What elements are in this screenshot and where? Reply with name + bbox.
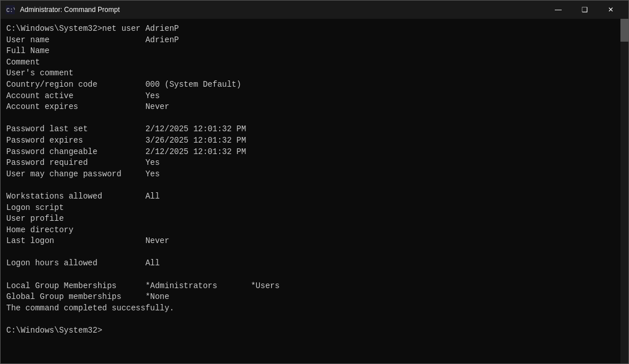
svg-text:C:\: C:\ <box>6 7 15 14</box>
maximize-button[interactable]: ❑ <box>571 1 598 19</box>
console-body[interactable]: C:\Windows\System32>net user AdrienP Use… <box>1 19 628 363</box>
console-output: C:\Windows\System32>net user AdrienP Use… <box>6 23 623 337</box>
close-button[interactable]: ✕ <box>598 1 624 19</box>
title-bar: C:\ Administrator: Command Prompt — ❑ ✕ <box>1 1 628 19</box>
cmd-icon: C:\ <box>5 5 15 15</box>
scrollbar[interactable] <box>620 19 628 363</box>
minimize-button[interactable]: — <box>545 1 571 19</box>
cmd-window: C:\ Administrator: Command Prompt — ❑ ✕ … <box>0 0 629 364</box>
scrollbar-thumb[interactable] <box>620 19 628 42</box>
window-title: Administrator: Command Prompt <box>20 6 545 14</box>
window-controls: — ❑ ✕ <box>545 1 624 19</box>
